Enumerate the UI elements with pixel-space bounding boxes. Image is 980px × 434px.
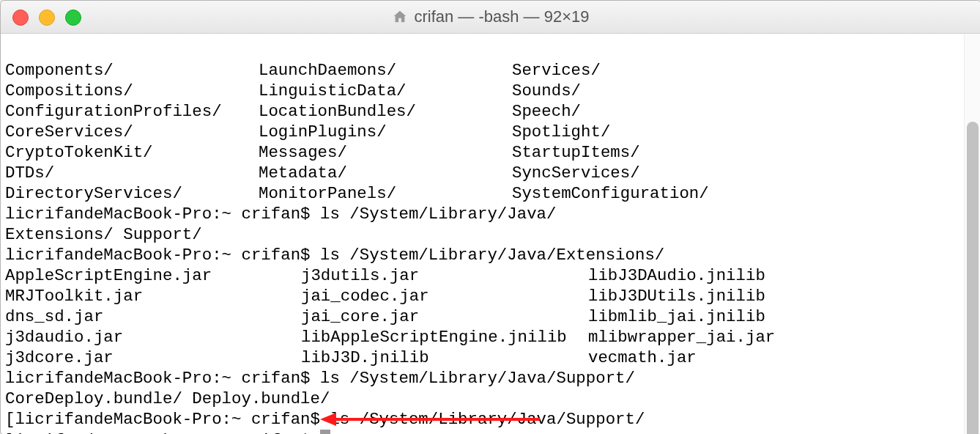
titlebar[interactable]: crifan — -bash — 92×19	[1, 1, 980, 34]
listing-cell: Speech/	[512, 101, 765, 122]
prompt: licrifandeMacBook-Pro:~ crifan$	[5, 205, 311, 224]
listing-cell: MonitorPanels/	[259, 183, 512, 204]
prompt: licrifandeMacBook-Pro:~ crifan$	[5, 431, 311, 434]
listing-cell: mlibwrapper_jai.jar	[588, 327, 808, 347]
listing-cell: SyncServices/	[512, 163, 765, 183]
cursor	[320, 430, 330, 434]
listing-cell: Messages/	[259, 142, 512, 163]
scrollbar-track[interactable]	[964, 34, 980, 434]
listing-cell: DirectoryServices/	[5, 183, 259, 204]
prompt: licrifandeMacBook-Pro:~ crifan$	[5, 246, 311, 265]
listing-cell: libJ3DAudio.jnilib	[588, 265, 808, 286]
listing-cell: libAppleScriptEngine.jnilib	[301, 327, 588, 347]
listing-cell: Spotlight/	[512, 122, 765, 142]
listing-cell: ConfigurationProfiles/	[5, 101, 259, 122]
listing-cell: Compositions/	[5, 81, 259, 101]
listing-cell: j3daudio.jar	[5, 327, 301, 347]
traffic-lights	[12, 10, 81, 26]
listing-cell: j3dcore.jar	[5, 347, 301, 368]
terminal-window: crifan — -bash — 92×19 Components/Launch…	[0, 0, 980, 434]
listing-cell: dns_sd.jar	[5, 306, 301, 327]
listing-cell: AppleScriptEngine.jar	[5, 265, 301, 286]
listing-cell: Components/	[5, 60, 259, 81]
scrollbar-thumb[interactable]	[967, 122, 979, 434]
listing-cell: Sounds/	[512, 81, 765, 101]
listing-cell: LocationBundles/	[259, 101, 512, 122]
listing-cell: CoreServices/	[5, 122, 259, 142]
listing-cell: LoginPlugins/	[259, 122, 512, 142]
prompt: licrifandeMacBook-Pro:~ crifan$	[15, 410, 320, 429]
window-title-text: crifan — -bash — 92×19	[414, 7, 589, 26]
listing-cell: LinguisticData/	[259, 81, 512, 101]
fullscreen-button[interactable]	[65, 10, 81, 26]
listing-cell: CryptoTokenKit/	[5, 142, 259, 163]
listing-cell: LaunchDaemons/	[259, 60, 512, 81]
listing-cell: libmlib_jai.jnilib	[588, 306, 808, 327]
listing-cell: vecmath.jar	[588, 347, 808, 368]
listing-cell: DTDs/	[5, 163, 259, 183]
listing-cell: SystemConfiguration/	[512, 183, 765, 204]
command: ls /System/Library/Java/Support/	[320, 369, 635, 388]
listing-cell: jai_core.jar	[301, 306, 588, 327]
listing-cell: libJ3DUtils.jnilib	[588, 286, 808, 306]
terminal-output[interactable]: Components/LaunchDaemons/Services/ Compo…	[1, 34, 964, 434]
listing-cell: MRJToolkit.jar	[5, 286, 301, 306]
command: ls /System/Library/Java/	[320, 205, 556, 224]
window-title: crifan — -bash — 92×19	[392, 7, 589, 26]
terminal-body: Components/LaunchDaemons/Services/ Compo…	[1, 34, 980, 434]
listing-cell: Services/	[512, 60, 765, 81]
close-button[interactable]	[12, 10, 29, 26]
listing-cell: Metadata/	[259, 163, 512, 183]
output-line: Extensions/ Support/	[5, 225, 202, 244]
listing-cell: StartupItems/	[512, 142, 765, 163]
minimize-button[interactable]	[39, 10, 55, 26]
listing-cell: j3dutils.jar	[301, 265, 588, 286]
command: ls /System/Library/Java/Support/	[330, 410, 645, 429]
command: ls /System/Library/Java/Extensions/	[320, 246, 664, 265]
listing-cell: libJ3D.jnilib	[301, 347, 588, 368]
listing-cell: jai_codec.jar	[301, 286, 588, 306]
home-icon	[392, 9, 408, 25]
output-line: CoreDeploy.bundle/ Deploy.bundle/	[5, 389, 330, 408]
prompt: licrifandeMacBook-Pro:~ crifan$	[5, 369, 311, 388]
